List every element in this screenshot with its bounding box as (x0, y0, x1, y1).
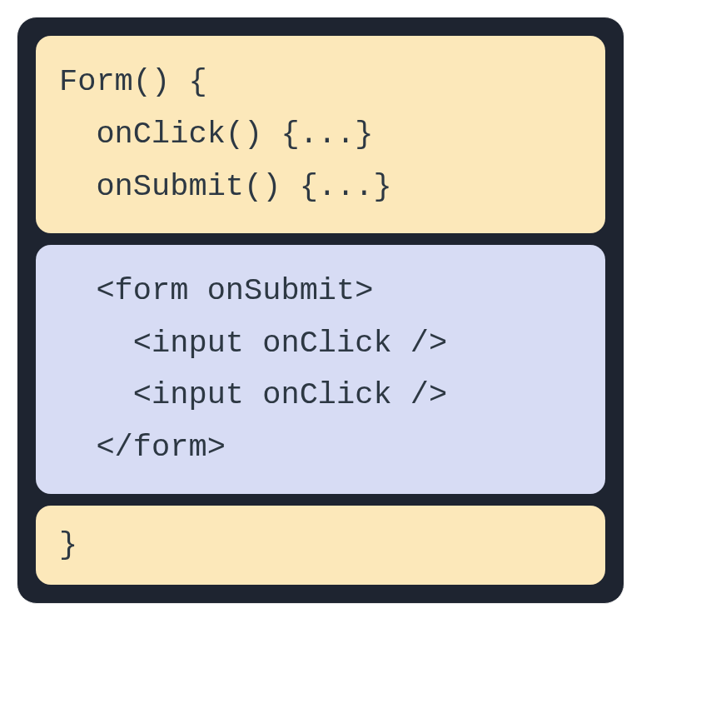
code-line: onClick() {...} (59, 117, 373, 152)
jsx-render-block: <form onSubmit> <input onClick /> <input… (36, 245, 605, 495)
code-line: onSubmit() {...} (59, 169, 392, 204)
code-line: <input onClick /> (59, 377, 447, 412)
code-line: } (59, 527, 77, 562)
code-line: Form() { (59, 64, 207, 99)
component-close-block: } (36, 506, 605, 585)
code-line: <form onSubmit> (59, 273, 373, 308)
code-line: </form> (59, 430, 226, 465)
component-definition-block: Form() { onClick() {...} onSubmit() {...… (36, 36, 605, 233)
code-line: <input onClick /> (59, 326, 447, 361)
diagram-container: Form() { onClick() {...} onSubmit() {...… (17, 17, 624, 604)
